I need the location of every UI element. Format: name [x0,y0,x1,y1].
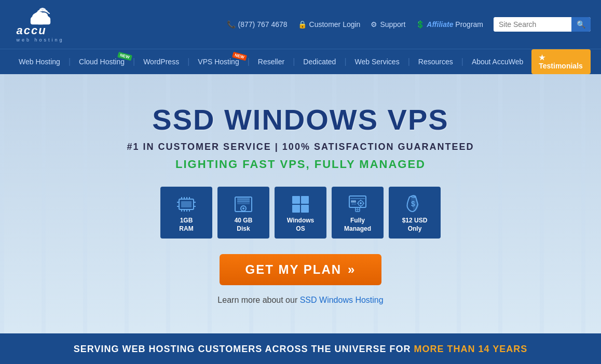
svg-text:1010: 1010 [351,203,357,205]
nav-about-label: About AccuWeb [472,58,523,66]
logo-accu-text: accu [16,24,64,37]
nav-web-hosting-label: Web Hosting [19,58,60,66]
cta-chevrons: » [348,262,356,277]
svg-rect-6 [181,201,192,207]
phone-number: (877) 767 4678 [238,20,288,29]
price-label: $12 USDOnly [402,217,428,233]
footer-banner: SERVING WEB HOSTING CUSTOMERS ACROSS THE… [0,333,601,364]
nav-cloud-hosting-label: Cloud Hosting [79,58,125,66]
search-box: 🔍 [494,17,591,32]
testimonials-button[interactable]: ★ Testimonials [531,49,591,74]
lock-icon: 🔒 [298,20,307,29]
nav-resources-label: Resources [418,58,453,66]
header-nav: 📞 (877) 767 4678 🔒 Customer Login ⚙ Supp… [227,17,591,32]
nav-wordpress-label: WordPress [143,58,179,66]
support-link[interactable]: ⚙ Support [371,20,405,29]
svg-point-3 [35,11,44,19]
footer-banner-text: SERVING WEB HOSTING CUSTOMERS ACROSS THE… [74,344,414,354]
svg-rect-28 [301,205,309,213]
svg-rect-20 [237,197,250,204]
ram-label: 1GBRAM [179,217,193,233]
windows-label: WindowsOS [287,217,315,233]
feature-managed: 0101 1010 FullyManaged [332,187,384,239]
testimonials-label: ★ Testimonials [539,53,583,70]
affiliate-link[interactable]: 💲 Affiliate Program [416,20,483,29]
nav-vps-hosting[interactable]: VPS Hosting NEW [189,51,247,72]
price-icon: $ [402,192,427,217]
features-row: 1GBRAM 40 GBDisk WindowsOS [160,187,441,239]
nav-web-hosting[interactable]: Web Hosting [10,51,69,72]
hero-subtitle: #1 IN CUSTOMER SERVICE | 100% SATISFACTI… [127,142,474,152]
footer-banner-highlight: MORE THAN 14 YEARS [414,344,528,354]
svg-text:$: $ [411,200,415,208]
svg-rect-26 [301,196,309,204]
hero-learn-more: Learn more about our SSD Windows Hosting [217,296,383,305]
windows-icon [288,192,313,217]
svg-point-39 [360,202,362,204]
get-my-plan-button[interactable]: GET MY PLAN » [220,254,382,285]
nav-web-services-label: Web Services [355,58,400,66]
site-header: accu web hosting 📞 (877) 767 4678 🔒 Cust… [0,0,601,49]
disk-icon [231,192,256,217]
support-label: Support [380,20,405,29]
hero-title: SSD WINDOWS VPS [152,103,448,136]
affiliate-word: Affiliate [427,20,453,29]
feature-price: $ $12 USDOnly [389,187,441,239]
ssd-windows-link[interactable]: SSD Windows Hosting [300,296,384,304]
nav-vps-hosting-label: VPS Hosting [198,58,239,66]
nav-resources[interactable]: Resources [410,51,461,72]
svg-rect-25 [292,196,300,204]
phone-icon: 📞 [227,20,236,29]
feature-windows: WindowsOS [275,187,326,239]
managed-label: FullyManaged [344,217,371,233]
main-navbar: Web Hosting | Cloud Hosting NEW | WordPr… [0,49,601,74]
managed-icon: 0101 1010 [345,192,370,217]
learn-more-prefix: Learn more about our [217,296,299,304]
svg-point-24 [242,207,244,209]
disk-label: 40 GBDisk [235,217,253,233]
chip-icon [174,192,199,217]
support-icon: ⚙ [371,20,377,29]
customer-login-label: Customer Login [309,20,361,29]
nav-cloud-hosting[interactable]: Cloud Hosting NEW [71,51,133,72]
svg-rect-27 [292,205,300,213]
affiliate-rest: Program [453,20,483,29]
nav-web-services[interactable]: Web Services [347,51,408,72]
search-button[interactable]: 🔍 [571,17,591,32]
hero-tagline: LIGHTING FAST VPS, FULLY MANAGED [175,158,426,171]
affiliate-icon: 💲 [416,20,425,29]
search-input[interactable] [494,17,571,32]
feature-disk: 40 GBDisk [217,187,269,239]
nav-reseller-label: Reseller [258,58,284,66]
hero-section: SSD WINDOWS VPS #1 IN CUSTOMER SERVICE |… [0,74,601,333]
nav-about-accuweb[interactable]: About AccuWeb [463,51,531,72]
logo-web-text: web hosting [16,37,64,43]
phone-link[interactable]: 📞 (877) 767 4678 [227,20,288,29]
nav-dedicated-label: Dedicated [303,58,336,66]
feature-ram: 1GBRAM [160,187,212,239]
nav-reseller[interactable]: Reseller [250,51,293,72]
nav-wordpress[interactable]: WordPress [135,51,187,72]
customer-login-link[interactable]: 🔒 Customer Login [298,20,361,29]
logo[interactable]: accu web hosting [10,6,70,43]
nav-dedicated[interactable]: Dedicated [295,51,344,72]
cta-label: GET MY PLAN [245,262,342,277]
